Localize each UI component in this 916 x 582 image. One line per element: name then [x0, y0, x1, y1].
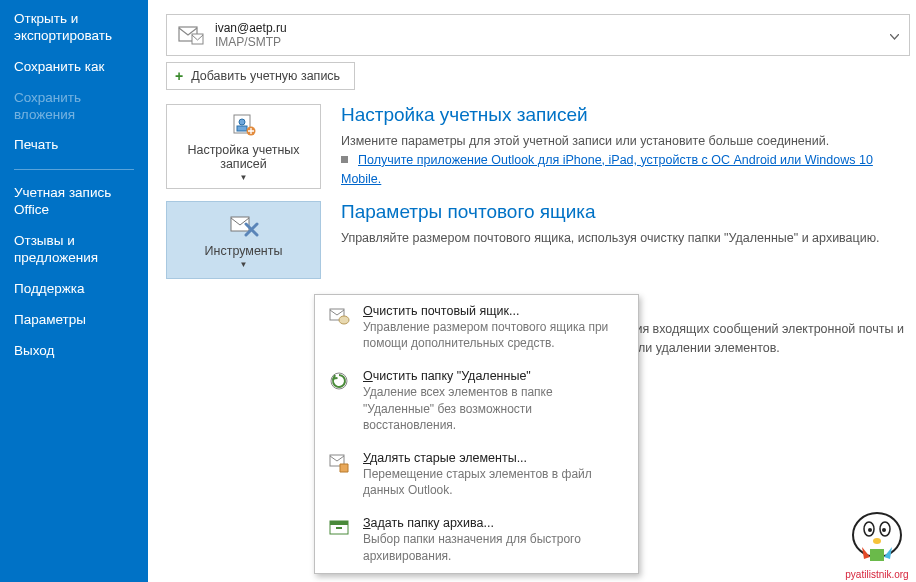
svg-point-3 — [239, 119, 245, 125]
menu-item-title: адать папку архива... — [371, 516, 494, 530]
mailbox-params-title: Параметры почтового ящика — [341, 201, 906, 223]
add-account-label: Добавить учетную запись — [191, 69, 340, 83]
sidebar-item-feedback[interactable]: Отзывы и предложения — [0, 226, 148, 274]
backstage-sidebar: Открыть и экспортировать Сохранить как С… — [0, 0, 148, 582]
svg-point-18 — [882, 528, 886, 532]
svg-rect-20 — [870, 549, 884, 561]
account-text: ivan@aetp.ru IMAP/SMTP — [215, 21, 287, 49]
cleanup-mailbox-icon — [327, 304, 351, 351]
tile-account-settings-label: Настройка учетных записей — [171, 143, 316, 171]
menu-item-underline: У — [363, 451, 370, 465]
menu-item-desc: Выбор папки назначения для быстрого архи… — [363, 531, 626, 563]
main-content: ivan@aetp.ru IMAP/SMTP + Добавить учетну… — [148, 0, 916, 582]
svg-point-19 — [873, 538, 881, 544]
account-settings-text: Измените параметры для этой учетной запи… — [341, 132, 906, 151]
tools-icon — [227, 212, 261, 240]
menu-item-empty-deleted[interactable]: Очистить папку "Удаленные" Удаление всех… — [315, 360, 638, 442]
menu-item-title: далять старые элементы... — [370, 451, 527, 465]
add-account-button[interactable]: + Добавить учетную запись — [166, 62, 355, 90]
account-email: ivan@aetp.ru — [215, 21, 287, 35]
svg-rect-13 — [336, 527, 342, 529]
menu-item-underline: О — [363, 369, 373, 383]
recycle-icon — [327, 369, 351, 433]
svg-point-8 — [339, 316, 349, 324]
mailbox-params-text: Управляйте размером почтового ящика, исп… — [341, 229, 906, 248]
get-outlook-app-link[interactable]: Получите приложение Outlook для iPhone, … — [341, 153, 873, 186]
menu-item-title: чистить почтовый ящик... — [373, 304, 520, 318]
tile-tools[interactable]: Инструменты ▼ — [166, 201, 321, 279]
bullet-icon — [341, 156, 348, 163]
tile-tools-label: Инструменты — [205, 244, 283, 258]
account-settings-icon — [229, 111, 259, 139]
chevron-down-icon: ▼ — [240, 173, 248, 182]
sidebar-separator — [14, 169, 134, 170]
menu-item-desc: Удаление всех элементов в папке "Удаленн… — [363, 384, 626, 433]
account-selector[interactable]: ivan@aetp.ru IMAP/SMTP — [166, 14, 910, 56]
menu-item-desc: Перемещение старых элементов в файл данн… — [363, 466, 626, 498]
menu-item-cleanup-mailbox[interactable]: Очистить почтовый ящик... Управление раз… — [315, 295, 638, 360]
watermark-text: pyatilistnik.org — [842, 569, 912, 580]
svg-point-17 — [868, 528, 872, 532]
menu-item-archive-old[interactable]: Удалять старые элементы... Перемещение с… — [315, 442, 638, 507]
svg-rect-12 — [330, 521, 348, 525]
chevron-down-icon[interactable] — [890, 26, 899, 44]
sidebar-item-save-attachments: Сохранить вложения — [0, 83, 148, 131]
menu-item-desc: Управление размером почтового ящика при … — [363, 319, 626, 351]
account-protocol: IMAP/SMTP — [215, 35, 287, 49]
svg-rect-4 — [237, 126, 247, 131]
menu-item-set-archive-folder[interactable]: Задать папку архива... Выбор папки назна… — [315, 507, 638, 572]
sidebar-item-open-export[interactable]: Открыть и экспортировать — [0, 4, 148, 52]
chevron-down-icon: ▼ — [240, 260, 248, 269]
tile-account-settings[interactable]: Настройка учетных записей ▼ — [166, 104, 321, 189]
menu-item-underline: О — [363, 304, 373, 318]
account-settings-desc: Настройка учетных записей Измените парам… — [341, 104, 916, 188]
svg-rect-1 — [192, 34, 203, 44]
sidebar-item-options[interactable]: Параметры — [0, 305, 148, 336]
archive-old-icon — [327, 451, 351, 498]
mailbox-params-desc: Параметры почтового ящика Управляйте раз… — [341, 201, 916, 248]
sidebar-item-support[interactable]: Поддержка — [0, 274, 148, 305]
sidebar-item-print[interactable]: Печать — [0, 130, 148, 161]
account-icon — [177, 23, 205, 47]
sidebar-item-save-as[interactable]: Сохранить как — [0, 52, 148, 83]
menu-item-underline: З — [363, 516, 371, 530]
sidebar-item-exit[interactable]: Выход — [0, 336, 148, 367]
archive-folder-icon — [327, 516, 351, 563]
watermark-logo: pyatilistnik.org — [842, 507, 912, 580]
tools-dropdown-menu: Очистить почтовый ящик... Управление раз… — [314, 294, 639, 574]
sidebar-item-office-account[interactable]: Учетная запись Office — [0, 178, 148, 226]
plus-icon: + — [175, 68, 183, 84]
account-settings-title: Настройка учетных записей — [341, 104, 906, 126]
menu-item-title: чистить папку "Удаленные" — [373, 369, 531, 383]
